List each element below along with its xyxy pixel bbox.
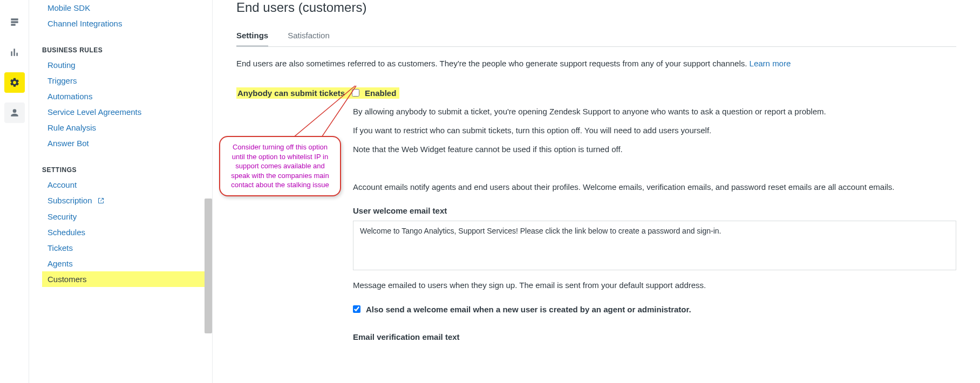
help-webwidget: Note that the Web Widget feature cannot … (353, 143, 956, 155)
enabled-checkbox[interactable] (352, 89, 359, 97)
welcome-textarea[interactable] (353, 221, 956, 270)
nav-triggers[interactable]: Triggers (42, 73, 207, 88)
reporting-icon[interactable] (4, 42, 25, 63)
also-send-checkbox[interactable] (353, 305, 360, 313)
learn-more-link[interactable]: Learn more (750, 59, 791, 68)
external-link-icon (98, 196, 104, 206)
nav-tickets[interactable]: Tickets (42, 240, 207, 256)
nav-account[interactable]: Account (42, 177, 207, 193)
callout-line1: Consider turning off this option until t… (226, 142, 335, 171)
row-account-emails: Account emails notify agents and end use… (236, 181, 956, 341)
welcome-caption: Message emailed to users when they sign … (353, 281, 956, 290)
tab-settings[interactable]: Settings (236, 31, 268, 47)
views-icon[interactable] (4, 12, 25, 32)
also-send-label: Also send a welcome email when a new use… (366, 305, 691, 314)
nav-agents[interactable]: Agents (42, 256, 207, 271)
section-business-rules: BUSINESS RULES (42, 31, 207, 57)
nav-answer-bot[interactable]: Answer Bot (42, 135, 207, 151)
nav-automations[interactable]: Automations (42, 88, 207, 104)
callout-line2: speak with the companies main contact ab… (226, 171, 335, 190)
verification-heading: Email verification email text (353, 332, 956, 341)
nav-mobile-sdk[interactable]: Mobile SDK (42, 0, 207, 16)
page-title: End users (customers) (236, 0, 956, 16)
admin-gear-icon[interactable] (4, 72, 25, 93)
icon-rail (0, 0, 29, 383)
help-allowing: By allowing anybody to submit a ticket, … (353, 105, 956, 118)
nav-customers[interactable]: Customers (42, 271, 207, 287)
nav-rule-analysis[interactable]: Rule Analysis (42, 120, 207, 135)
user-icon[interactable] (4, 102, 25, 123)
enabled-checkbox-row[interactable]: Enabled (352, 87, 399, 99)
row-anybody-label: Anybody can submit tickets (236, 87, 353, 99)
nav-routing[interactable]: Routing (42, 57, 207, 73)
account-emails-desc: Account emails notify agents and end use… (353, 181, 956, 193)
tab-satisfaction[interactable]: Satisfaction (288, 31, 330, 46)
nav-schedules[interactable]: Schedules (42, 224, 207, 240)
annotation-callout: Consider turning off this option until t… (219, 136, 341, 196)
welcome-heading: User welcome email text (353, 206, 956, 215)
nav-channel-integrations[interactable]: Channel Integrations (42, 16, 207, 31)
nav-security[interactable]: Security (42, 209, 207, 224)
row-anybody-submit: Anybody can submit tickets Enabled By al… (236, 87, 956, 156)
intro-body: End users are also sometimes referred to… (236, 59, 750, 68)
nav-sla[interactable]: Service Level Agreements (42, 104, 207, 120)
help-restrict: If you want to restrict who can submit t… (353, 124, 956, 136)
section-settings: SETTINGS (42, 151, 207, 177)
intro-text: End users are also sometimes referred to… (236, 59, 956, 68)
nav-subscription[interactable]: Subscription (42, 193, 207, 209)
also-send-row[interactable]: Also send a welcome email when a new use… (353, 305, 956, 314)
sidebar-scrollbar[interactable] (205, 199, 212, 333)
admin-sidebar: Mobile SDK Channel Integrations BUSINESS… (29, 0, 213, 383)
enabled-label: Enabled (365, 88, 396, 98)
tabs: Settings Satisfaction (236, 31, 956, 47)
nav-subscription-label: Subscription (47, 196, 92, 205)
